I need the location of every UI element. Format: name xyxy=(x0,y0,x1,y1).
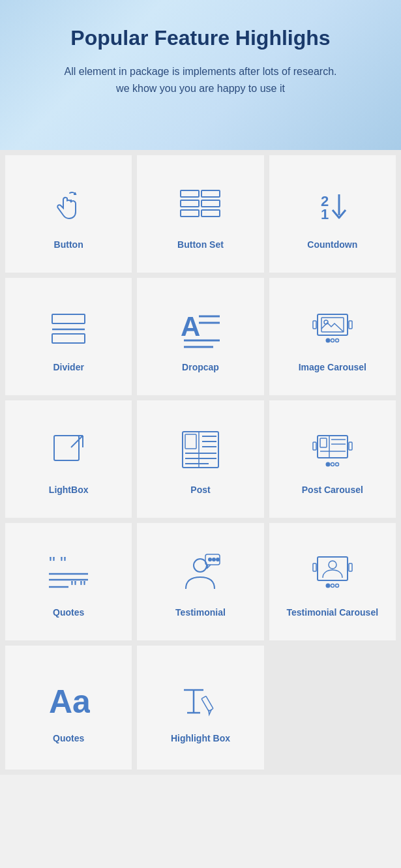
card-testimonial-carousel[interactable]: Testimonial Carousel xyxy=(269,523,396,640)
svg-point-20 xyxy=(326,338,329,342)
quotes-icon: " " " " xyxy=(46,550,91,595)
svg-rect-47 xyxy=(313,442,316,450)
svg-rect-40 xyxy=(320,438,327,447)
card-testimonial-carousel-label: Testimonial Carousel xyxy=(287,607,379,618)
card-quotes2[interactable]: Aa Quotes xyxy=(5,646,132,770)
card-dropcap-label: Dropcap xyxy=(182,362,219,372)
svg-text:": " xyxy=(49,553,55,573)
card-button-set[interactable]: Button Set xyxy=(137,155,263,273)
svg-point-44 xyxy=(326,462,329,466)
svg-point-46 xyxy=(335,462,338,466)
post-icon xyxy=(179,427,222,473)
svg-text:A: A xyxy=(181,311,200,342)
svg-rect-67 xyxy=(349,563,352,571)
svg-line-28 xyxy=(71,436,83,447)
testimonial-carousel-icon xyxy=(310,550,355,595)
svg-point-62 xyxy=(329,561,336,569)
svg-rect-2 xyxy=(181,200,199,207)
divider-icon xyxy=(46,305,91,350)
svg-point-22 xyxy=(335,338,338,342)
svg-rect-11 xyxy=(52,334,85,343)
svg-rect-48 xyxy=(349,442,352,450)
card-lightbox[interactable]: LightBox xyxy=(5,400,132,518)
card-lightbox-label: LightBox xyxy=(49,485,89,495)
card-post-label: Post xyxy=(190,485,210,495)
lightbox-icon xyxy=(49,427,88,473)
header-title: Popular Feature Highlighs xyxy=(13,26,388,50)
svg-rect-31 xyxy=(185,434,196,449)
svg-rect-25 xyxy=(54,436,79,460)
card-button-label: Button xyxy=(54,239,83,250)
svg-text:": " xyxy=(80,577,86,593)
card-testimonial-label: Testimonial xyxy=(175,607,226,618)
svg-rect-29 xyxy=(183,432,218,468)
svg-point-64 xyxy=(331,584,334,587)
svg-rect-72 xyxy=(202,696,214,711)
card-post-carousel-label: Post Carousel xyxy=(302,485,363,495)
svg-rect-9 xyxy=(52,314,85,323)
header-section: Popular Feature Highlighs All element in… xyxy=(0,0,401,150)
svg-point-45 xyxy=(331,462,334,466)
svg-rect-4 xyxy=(181,210,199,217)
svg-rect-38 xyxy=(318,436,348,458)
card-quotes[interactable]: " " " " Quotes xyxy=(5,523,132,640)
svg-rect-5 xyxy=(201,210,220,217)
svg-rect-66 xyxy=(313,563,316,571)
card-countdown[interactable]: 2 1 Countdown xyxy=(269,155,396,273)
svg-text:1: 1 xyxy=(321,206,329,222)
svg-point-56 xyxy=(194,559,207,572)
svg-rect-23 xyxy=(313,321,316,329)
dropcap-icon: A xyxy=(177,305,223,350)
svg-text:": " xyxy=(60,553,67,573)
card-testimonial[interactable]: Testimonial xyxy=(137,523,263,640)
post-carousel-icon xyxy=(310,427,355,473)
card-divider-label: Divider xyxy=(53,362,83,372)
card-quotes-label: Quotes xyxy=(53,607,84,618)
svg-point-63 xyxy=(326,584,329,587)
header-subtitle: All element in package is implements aft… xyxy=(13,63,388,97)
svg-rect-0 xyxy=(181,190,199,197)
card-divider[interactable]: Divider xyxy=(5,278,132,395)
card-button[interactable]: Button xyxy=(5,155,132,273)
button-icon xyxy=(49,182,88,228)
feature-grid: Button Button Set 2 1 xyxy=(0,150,401,646)
bottom-grid: Aa Quotes Highlight Box xyxy=(0,646,401,775)
testimonial-icon xyxy=(179,550,222,595)
card-button-set-label: Button Set xyxy=(177,239,224,250)
svg-text:": " xyxy=(70,577,77,593)
svg-text:Aa: Aa xyxy=(49,683,90,719)
card-countdown-label: Countdown xyxy=(307,239,357,250)
svg-rect-24 xyxy=(349,321,352,329)
card-post[interactable]: Post xyxy=(137,400,263,518)
card-image-carousel-label: Image Carousel xyxy=(299,362,366,372)
card-quotes2-label: Quotes xyxy=(53,733,84,743)
button-set-icon xyxy=(177,182,223,228)
svg-rect-3 xyxy=(201,200,220,207)
image-carousel-icon xyxy=(310,305,355,350)
svg-point-60 xyxy=(216,558,219,561)
svg-point-59 xyxy=(213,558,215,561)
card-highlight-box[interactable]: Highlight Box xyxy=(137,646,263,770)
empty-slot xyxy=(269,646,396,770)
card-dropcap[interactable]: A Dropcap xyxy=(137,278,263,395)
highlight-box-icon xyxy=(177,676,223,721)
svg-point-58 xyxy=(209,558,211,561)
svg-rect-1 xyxy=(201,190,220,197)
card-highlight-box-label: Highlight Box xyxy=(171,733,230,743)
card-post-carousel[interactable]: Post Carousel xyxy=(269,400,396,518)
quotes2-icon: Aa xyxy=(48,676,90,721)
svg-point-65 xyxy=(335,584,338,587)
svg-point-21 xyxy=(331,338,334,342)
card-image-carousel[interactable]: Image Carousel xyxy=(269,278,396,395)
countdown-icon: 2 1 xyxy=(313,182,352,228)
